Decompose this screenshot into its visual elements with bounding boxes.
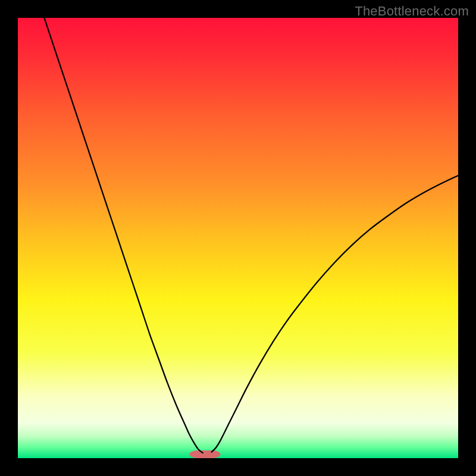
chart-frame: TheBottleneck.com bbox=[0, 0, 476, 476]
plot-area bbox=[18, 18, 458, 458]
bottleneck-chart bbox=[18, 18, 458, 458]
watermark-text: TheBottleneck.com bbox=[355, 4, 469, 19]
gradient-background bbox=[18, 18, 458, 458]
marker-bar-layer bbox=[190, 450, 221, 458]
marker-bar bbox=[190, 450, 221, 458]
